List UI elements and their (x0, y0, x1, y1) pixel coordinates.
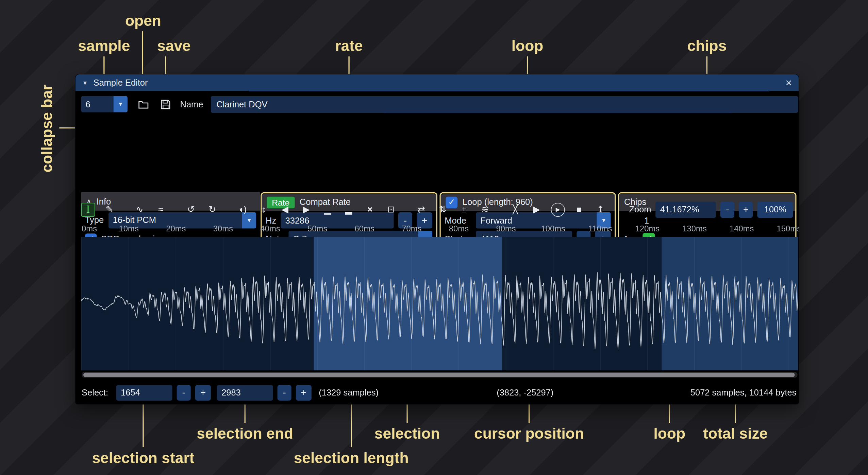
sample-selector[interactable]: 6 ▼ (81, 96, 127, 112)
filter-button[interactable]: ≋ (478, 203, 492, 216)
crossfade-icon: ≈ (158, 205, 163, 214)
fade-out-button[interactable]: ▶ (299, 203, 313, 216)
annotation-line-selection-end (245, 404, 246, 423)
ruler-label: 140ms (730, 224, 754, 233)
zoom-out-button[interactable]: - (720, 201, 734, 218)
stage: open sample save rate loop chips collaps… (0, 0, 868, 475)
fade-in-button[interactable]: ◀ (278, 203, 292, 216)
annotation-loop-bottom: loop (653, 424, 685, 443)
annotation-total-size: total size (703, 424, 768, 443)
preview-button[interactable]: ▶ (530, 203, 544, 216)
zoom-in-button[interactable]: + (739, 201, 753, 218)
annotation-selection-length: selection length (294, 448, 409, 468)
amplify-icon: ◖) (238, 205, 247, 214)
resample-button[interactable]: ∿ (133, 203, 147, 216)
reverse-button[interactable]: ⇄ (414, 203, 428, 216)
annotation-line-selection-length (351, 404, 352, 447)
name-label: Name (180, 96, 203, 113)
zoom-label: Zoom (629, 205, 651, 215)
crossfade-loop-icon: ╳ (513, 205, 518, 214)
apply-silence-icon: ▂ (345, 205, 352, 214)
redo-button[interactable]: ↻ (205, 203, 219, 216)
ruler-label: 90ms (496, 224, 516, 233)
annotation-line-selection-start (143, 404, 144, 447)
selection-end-input[interactable]: 2983 (217, 385, 273, 401)
undo-icon: ↺ (187, 205, 195, 214)
insert-silence-button[interactable]: ▁ (320, 203, 334, 216)
zoom-reset-button[interactable]: 100% (757, 201, 793, 218)
selection-start-plus-button[interactable]: + (195, 385, 211, 401)
open-button[interactable] (135, 96, 151, 112)
cursor-position-text: (3823, -25297) (497, 384, 553, 401)
save-button[interactable] (158, 96, 173, 112)
selection-start-minus-button[interactable]: - (177, 385, 191, 401)
selection-end-plus-button[interactable]: + (296, 385, 312, 401)
zoom-input[interactable]: 41.1672% (656, 201, 716, 218)
amplify-button[interactable]: ◖) (235, 203, 249, 216)
undo-button[interactable]: ↺ (184, 203, 198, 216)
ruler-label: 130ms (682, 224, 707, 233)
chevron-down-icon: ▼ (114, 96, 128, 112)
edit-select-icon: I (86, 205, 90, 214)
annotation-cursor-position: cursor position (474, 424, 584, 443)
selection-length-text: (1329 samples) (319, 384, 379, 401)
filter-icon: ≋ (481, 205, 489, 214)
reverse-icon: ⇄ (418, 205, 425, 214)
close-icon[interactable]: × (785, 77, 792, 88)
horizontal-scrollbar[interactable] (82, 372, 798, 377)
annotation-line-cursor-position (529, 404, 530, 423)
selection-end-minus-button[interactable]: - (278, 385, 291, 401)
ruler-label: 100ms (541, 224, 565, 233)
annotation-collapse-bar: collapse bar (37, 85, 56, 173)
stop-preview-icon: ■ (577, 205, 582, 214)
annotation-chips: chips (687, 36, 727, 55)
edit-draw-icon: ✎ (105, 205, 113, 214)
annotation-rate: rate (335, 36, 363, 55)
delete-button[interactable]: × (363, 203, 377, 216)
delete-icon: × (367, 205, 372, 214)
ruler-label: 80ms (449, 224, 469, 233)
selection-start-input[interactable]: 1654 (116, 385, 172, 401)
edit-select-button[interactable]: I (81, 203, 95, 216)
ruler-label: 10ms (119, 224, 139, 233)
ruler-label: 120ms (635, 224, 660, 233)
annotation-sample: sample (78, 36, 130, 55)
waveform-view[interactable] (81, 237, 798, 370)
preview-selection-button[interactable]: ▶ (551, 203, 565, 216)
save-icon (161, 100, 171, 110)
annotation-selection-end: selection end (197, 424, 293, 443)
ruler-label: 50ms (307, 224, 327, 233)
ruler-label: 60ms (355, 224, 374, 233)
normalize-icon: ↕ (262, 205, 266, 214)
waveform-plot (81, 237, 798, 370)
statusbar: Select: 1654 - + 2983 - + (1329 samples)… (76, 384, 799, 401)
ruler-label: 110ms (588, 224, 612, 233)
annotation-save: save (157, 36, 191, 55)
normalize-button[interactable]: ↕ (257, 203, 271, 216)
invert-icon: ⇅ (439, 205, 446, 214)
crossfade-button[interactable]: ≈ (154, 203, 168, 216)
stop-preview-button[interactable]: ■ (572, 203, 586, 216)
apply-silence-button[interactable]: ▂ (342, 203, 356, 216)
edit-draw-button[interactable]: ✎ (102, 203, 116, 216)
ruler-label: 20ms (166, 224, 186, 233)
sample-number: 6 (81, 96, 113, 112)
window-collapse-icon[interactable]: ▼ (82, 80, 88, 86)
trim-button[interactable]: ⊡ (384, 203, 398, 216)
ruler-label: 0ms (82, 224, 97, 233)
annotation-line-total-size (735, 404, 736, 423)
sample-editor-window: ▼ Sample Editor × 6 ▼ Name Clarinet DQV (76, 74, 799, 404)
sample-name-input[interactable]: Clarinet DQV (211, 96, 798, 113)
sign-flip-icon: ± (462, 205, 466, 214)
annotation-selection: selection (374, 424, 440, 443)
invert-button[interactable]: ⇅ (436, 203, 450, 216)
redo-icon: ↻ (208, 205, 216, 214)
crossfade-loop-button[interactable]: ╳ (508, 203, 522, 216)
scrollbar-thumb[interactable] (83, 373, 795, 377)
import-button[interactable]: ↥ (594, 203, 607, 216)
zoom-cluster: Zoom 41.1672% - + 100% (629, 201, 793, 218)
sign-flip-button[interactable]: ± (457, 203, 471, 216)
titlebar[interactable]: ▼ Sample Editor × (76, 74, 799, 91)
select-label: Select: (82, 384, 108, 401)
sample-toolbar: I✎∿≈↺↻◖)↕◀▶▁▂×⊡⇄⇅±≋╳▶▶■↥ Zoom 41.1672% -… (76, 200, 799, 219)
